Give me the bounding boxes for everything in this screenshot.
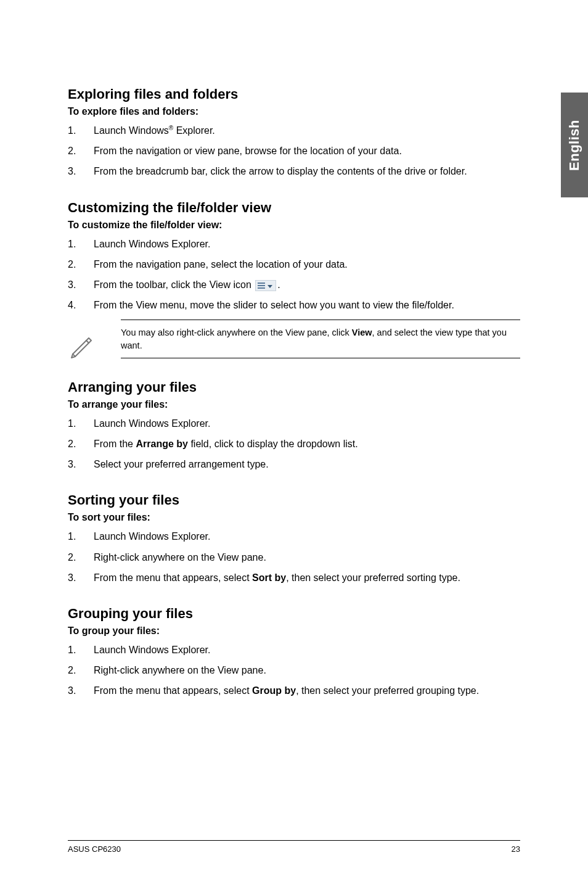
list-item: 4. From the View menu, move the slider t… (68, 298, 520, 312)
section-customizing: Customizing the file/folder view To cust… (68, 200, 520, 358)
item-number: 3. (68, 164, 94, 178)
note-text: You may also right-click anywhere on the… (121, 326, 520, 352)
list-item: 2. From the navigation or view pane, bro… (68, 144, 520, 158)
item-number: 2. (68, 144, 94, 158)
list-item: 1. Launch Windows® Explorer. (68, 123, 520, 138)
heading-exploring: Exploring files and folders (68, 86, 520, 102)
subheading-sorting: To sort your files: (68, 512, 520, 523)
note-block: You may also right-click anywhere on the… (68, 320, 520, 358)
item-text: From the navigation pane, select the loc… (94, 257, 520, 271)
item-number: 2. (68, 550, 94, 564)
item-text: From the menu that appears, select Group… (94, 683, 520, 698)
list-item: 3. From the breadcrumb bar, click the ar… (68, 164, 520, 178)
heading-arranging: Arranging your files (68, 379, 520, 395)
heading-customizing: Customizing the file/folder view (68, 200, 520, 216)
language-tab-label: English (566, 120, 582, 171)
item-number: 4. (68, 298, 94, 312)
page-number: 23 (512, 844, 520, 854)
item-number: 3. (68, 278, 94, 292)
section-exploring: Exploring files and folders To explore f… (68, 86, 520, 179)
item-text: From the toolbar, click the View icon . (94, 278, 520, 292)
item-text: Launch Windows Explorer. (94, 529, 520, 543)
section-arranging: Arranging your files To arrange your fil… (68, 379, 520, 472)
list-item: 3. From the toolbar, click the View icon… (68, 278, 520, 292)
list-arranging: 1. Launch Windows Explorer. 2. From the … (68, 416, 520, 472)
footer: ASUS CP6230 23 (68, 840, 520, 854)
item-number: 3. (68, 457, 94, 471)
list-item: 1. Launch Windows Explorer. (68, 529, 520, 543)
list-item: 3. Select your preferred arrangement typ… (68, 457, 520, 471)
list-sorting: 1. Launch Windows Explorer. 2. Right-cli… (68, 529, 520, 585)
item-text: From the menu that appears, select Sort … (94, 571, 520, 585)
divider (121, 358, 520, 358)
list-item: 2. Right-click anywhere on the View pane… (68, 663, 520, 677)
item-number: 1. (68, 643, 94, 657)
item-text: Launch Windows Explorer. (94, 643, 520, 657)
list-item: 3. From the menu that appears, select Gr… (68, 683, 520, 698)
item-text: From the View menu, move the slider to s… (94, 298, 520, 312)
list-item: 1. Launch Windows Explorer. (68, 416, 520, 431)
footer-model: ASUS CP6230 (68, 844, 121, 854)
item-number: 2. (68, 257, 94, 271)
list-item: 3. From the menu that appears, select So… (68, 571, 520, 585)
item-text: From the navigation or view pane, browse… (94, 144, 520, 158)
subheading-grouping: To group your files: (68, 625, 520, 637)
item-number: 1. (68, 237, 94, 251)
page: English Exploring files and folders To e… (0, 0, 588, 887)
heading-grouping: Grouping your files (68, 606, 520, 622)
item-text: Launch Windows Explorer. (94, 416, 520, 431)
list-grouping: 1. Launch Windows Explorer. 2. Right-cli… (68, 643, 520, 698)
list-customizing: 1. Launch Windows Explorer. 2. From the … (68, 237, 520, 313)
list-exploring: 1. Launch Windows® Explorer. 2. From the… (68, 123, 520, 179)
item-number: 3. (68, 571, 94, 585)
list-item: 2. From the navigation pane, select the … (68, 257, 520, 271)
list-item: 2. Right-click anywhere on the View pane… (68, 550, 520, 564)
subheading-arranging: To arrange your files: (68, 399, 520, 410)
list-item: 2. From the Arrange by field, click to d… (68, 437, 520, 451)
list-item: 1. Launch Windows Explorer. (68, 237, 520, 251)
item-text: From the breadcrumb bar, click the arrow… (94, 164, 520, 178)
pencil-icon (68, 331, 96, 361)
subheading-customizing: To customize the file/folder view: (68, 220, 520, 231)
item-number: 1. (68, 416, 94, 431)
item-text: Launch Windows Explorer. (94, 237, 520, 251)
item-number: 2. (68, 663, 94, 677)
item-number: 1. (68, 529, 94, 543)
item-number: 3. (68, 683, 94, 698)
view-icon (255, 280, 276, 291)
item-text: Right-click anywhere on the View pane. (94, 550, 520, 564)
divider (121, 320, 520, 320)
item-number: 2. (68, 437, 94, 451)
language-tab: English (561, 93, 588, 197)
heading-sorting: Sorting your files (68, 492, 520, 508)
item-text: From the Arrange by field, click to disp… (94, 437, 520, 451)
list-item: 1. Launch Windows Explorer. (68, 643, 520, 657)
subheading-exploring: To explore files and folders: (68, 106, 520, 117)
section-grouping: Grouping your files To group your files:… (68, 606, 520, 698)
item-text: Right-click anywhere on the View pane. (94, 663, 520, 677)
item-number: 1. (68, 123, 94, 138)
item-text: Launch Windows® Explorer. (94, 123, 520, 138)
section-sorting: Sorting your files To sort your files: 1… (68, 492, 520, 585)
item-text: Select your preferred arrangement type. (94, 457, 520, 471)
